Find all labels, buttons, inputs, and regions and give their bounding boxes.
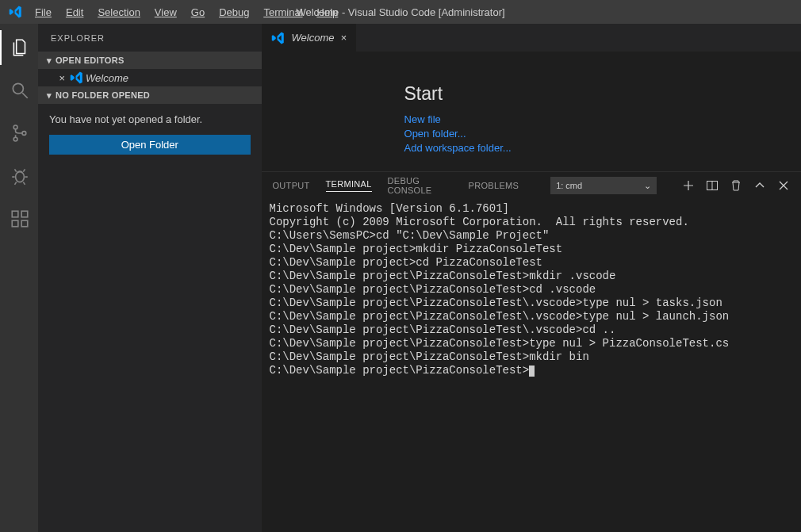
menu-view[interactable]: View [148, 3, 183, 21]
activity-scm[interactable] [0, 116, 38, 151]
activity-debug[interactable] [0, 159, 38, 193]
search-icon [10, 80, 30, 101]
no-folder-body: You have not yet opened a folder. Open F… [38, 104, 262, 164]
tab-label: Welcome [292, 32, 335, 44]
new-terminal-button[interactable] [682, 179, 695, 192]
terminal-line: Microsoft Windows [Version 6.1.7601] [270, 202, 793, 216]
window-title: Welcome - Visual Studio Code [Administra… [296, 6, 504, 18]
panel-tab-problems[interactable]: PROBLEMS [469, 181, 519, 190]
close-icon[interactable]: × [340, 32, 347, 44]
kill-terminal-button[interactable] [730, 179, 742, 192]
panel: OUTPUT TERMINAL DEBUG CONSOLE PROBLEMS 1… [262, 171, 801, 532]
terminal-line: Copyright (c) 2009 Microsoft Corporation… [270, 216, 793, 229]
activity-explorer[interactable] [0, 30, 38, 65]
panel-tab-debug-console[interactable]: DEBUG CONSOLE [388, 176, 453, 195]
terminal-line: C:\Dev\Sample project\PizzaConsoleTest\.… [270, 297, 793, 310]
close-icon [777, 179, 790, 192]
sidebar-title: EXPLORER [38, 24, 262, 52]
bug-icon [10, 166, 30, 186]
activity-bar [0, 24, 38, 532]
vscode-file-icon [70, 71, 84, 85]
vscode-file-icon [271, 31, 286, 45]
open-editor-item[interactable]: × Welcome [38, 69, 262, 86]
svg-rect-7 [12, 220, 18, 227]
close-icon[interactable]: × [56, 72, 68, 84]
editor-area: Welcome × Start New file Open folder... … [262, 24, 801, 532]
terminal-line: C:\Dev\Sample project\PizzaConsoleTest\.… [270, 323, 793, 337]
open-editor-item-label: Welcome [86, 72, 128, 84]
vscode-logo-icon [6, 5, 25, 19]
welcome-editor: Start New file Open folder... Add worksp… [262, 52, 801, 171]
svg-rect-9 [21, 211, 28, 217]
source-control-icon [10, 123, 30, 144]
terminal-line: C:\Dev\Sample project>mkdir PizzaConsole… [270, 243, 793, 256]
open-folder-link[interactable]: Open folder... [404, 127, 801, 141]
menu-selection[interactable]: Selection [91, 3, 146, 21]
menu-debug[interactable]: Debug [213, 3, 255, 21]
svg-point-3 [13, 137, 17, 141]
split-terminal-button[interactable] [706, 179, 719, 192]
activity-extensions[interactable] [0, 201, 38, 236]
terminal-selector-label: 1: cmd [556, 181, 582, 190]
terminal-line: C:\Dev\Sample project\PizzaConsoleTest>t… [270, 337, 793, 350]
maximize-panel-button[interactable] [753, 179, 766, 192]
close-panel-button[interactable] [777, 179, 790, 192]
start-heading: Start [404, 83, 801, 105]
no-folder-label: NO FOLDER OPENED [56, 90, 150, 100]
svg-point-4 [22, 132, 26, 136]
panel-tab-output[interactable]: OUTPUT [273, 181, 310, 190]
split-icon [706, 179, 719, 192]
terminal-line: C:\Dev\Sample project\PizzaConsoleTest> [270, 364, 793, 377]
svg-point-2 [13, 125, 17, 129]
menu-file[interactable]: File [29, 3, 58, 21]
plus-icon [682, 179, 695, 192]
tab-welcome[interactable]: Welcome × [262, 24, 357, 52]
open-editors-label: OPEN EDITORS [56, 55, 125, 65]
tab-bar: Welcome × [262, 24, 801, 52]
files-icon [10, 37, 30, 58]
terminal-cursor [529, 366, 535, 377]
menu-go[interactable]: Go [185, 3, 211, 21]
no-folder-section[interactable]: ▾ NO FOLDER OPENED [38, 86, 262, 104]
terminal-line: C:\Dev\Sample project\PizzaConsoleTest>m… [270, 350, 793, 364]
terminal-body[interactable]: Microsoft Windows [Version 6.1.7601]Copy… [262, 199, 801, 532]
terminal-line: C:\Dev\Sample project\PizzaConsoleTest>m… [270, 270, 793, 283]
terminal-line: C:\Users\SemsPC>cd "C:\Dev\Sample Projec… [270, 229, 793, 243]
chevron-up-icon [753, 179, 766, 192]
panel-actions [682, 179, 790, 192]
terminal-selector[interactable]: 1: cmd ⌄ [550, 177, 657, 194]
svg-point-5 [16, 172, 25, 182]
panel-tabs: OUTPUT TERMINAL DEBUG CONSOLE PROBLEMS 1… [262, 172, 801, 199]
extensions-icon [10, 209, 30, 229]
chevron-down-icon: ⌄ [644, 181, 651, 191]
add-workspace-folder-link[interactable]: Add workspace folder... [404, 141, 801, 155]
sidebar: EXPLORER ▾ OPEN EDITORS × Welcome ▾ NO F… [38, 24, 262, 532]
open-editors-section[interactable]: ▾ OPEN EDITORS [38, 52, 262, 69]
terminal-line: C:\Dev\Sample project\PizzaConsoleTest>c… [270, 283, 793, 297]
svg-rect-8 [21, 220, 28, 227]
svg-rect-6 [12, 211, 18, 217]
titlebar: File Edit Selection View Go Debug Termin… [0, 0, 801, 24]
activity-search[interactable] [0, 73, 38, 108]
no-folder-text: You have not yet opened a folder. [49, 113, 251, 125]
svg-line-1 [22, 93, 28, 98]
svg-point-0 [13, 83, 23, 94]
terminal-line: C:\Dev\Sample project\PizzaConsoleTest\.… [270, 310, 793, 323]
chevron-down-icon: ▾ [43, 90, 56, 101]
trash-icon [730, 179, 742, 192]
menu-edit[interactable]: Edit [59, 3, 90, 21]
chevron-down-icon: ▾ [43, 55, 56, 66]
start-section: Start New file Open folder... Add worksp… [404, 83, 801, 155]
new-file-link[interactable]: New file [404, 113, 801, 127]
terminal-line: C:\Dev\Sample project>cd PizzaConsoleTes… [270, 256, 793, 270]
panel-tab-terminal[interactable]: TERMINAL [326, 179, 372, 192]
open-folder-button[interactable]: Open Folder [49, 135, 251, 155]
